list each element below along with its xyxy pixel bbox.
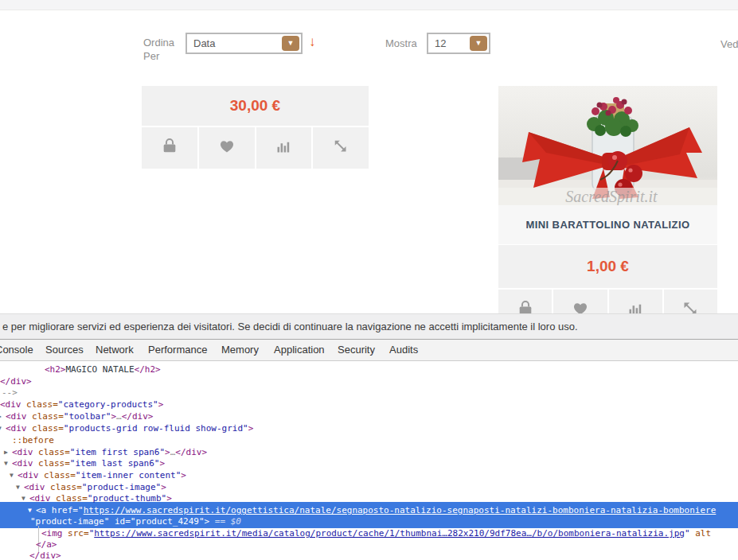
code-line[interactable]: ▼<div class="item-inner content"> [18, 469, 186, 481]
code-token-attr: id= [109, 516, 131, 527]
show-label: Mostra [385, 37, 417, 50]
code-token-tag: > [159, 458, 165, 469]
devtools-tab-bar: ConsoleSourcesNetworkPerformanceMemoryAp… [0, 340, 738, 361]
code-token-tag: </div> [175, 447, 207, 457]
code-token-tag: <div [12, 447, 33, 457]
code-token-tag: <div [6, 411, 27, 422]
devtools-tab-audits[interactable]: Audits [389, 340, 418, 360]
code-token-tag: > [158, 399, 164, 410]
product-price: 1,00 € [587, 258, 629, 274]
code-token-val: "product-image" [82, 482, 161, 492]
code-token-tag: <img [41, 528, 63, 539]
chevron-down-icon[interactable]: ▼ [470, 36, 487, 51]
product-title[interactable]: MINI BARATTOLINO NATALIZIO [526, 219, 690, 231]
code-line[interactable]: ::before [12, 434, 54, 446]
bar-chart-icon [274, 137, 293, 159]
code-token-attr: class= [33, 447, 70, 457]
sort-by-value: Data [193, 37, 215, 49]
code-token-ellipsis: … [116, 411, 122, 422]
devtools-tab-console[interactable]: Console [0, 340, 33, 360]
show-count-value: 12 [435, 37, 446, 49]
code-token-val: "item last span6" [70, 458, 160, 469]
add-to-wishlist-button[interactable] [199, 127, 255, 169]
product-actions [142, 127, 369, 169]
code-token-val: "products-grid row-fluid show-grid" [64, 423, 248, 434]
code-token-val: "item first span6" [70, 447, 165, 457]
code-line[interactable]: ▼<div class="product-thumb"> [29, 492, 172, 504]
code-line[interactable]: ▶<div class="toolbar">…</div> [6, 410, 153, 422]
devtools-tab-sources[interactable]: Sources [45, 340, 84, 360]
code-token-tag: > [161, 482, 166, 492]
page: Ordina Per Data ▼ ↓ Mostra 12 ▼ Vedi 30,… [0, 0, 738, 560]
code-token-tag: <div [24, 482, 45, 492]
code-token-attr: class= [39, 470, 76, 480]
code-token-val: "product_4249" [131, 516, 205, 527]
collapse-arrow-icon[interactable]: ▼ [16, 481, 20, 493]
product-price-box: 30,00 € [142, 86, 369, 126]
code-line[interactable]: ▼<div class="item last span6"> [12, 457, 165, 469]
devtools-tab-performance[interactable]: Performance [148, 340, 207, 360]
expand-arrows-icon [331, 137, 350, 159]
code-token-tag: <div [0, 399, 21, 410]
expand-arrow-icon[interactable]: ▶ [0, 410, 2, 422]
collapse-arrow-icon[interactable]: ▼ [10, 469, 14, 481]
devtools-tab-network[interactable]: Network [96, 340, 134, 360]
code-token-val: " [78, 505, 84, 515]
selected-code-line[interactable]: "product-image" id="product_4249"> == $0 [30, 515, 241, 527]
code-token-attr: alt [690, 528, 712, 539]
devtools-tab-security[interactable]: Security [338, 340, 375, 360]
code-token-val: "category-products" [58, 399, 158, 410]
selected-code-line[interactable]: ▼<a href="https://www.sacredspirit.it/og… [36, 504, 716, 516]
cookie-notice-text: e per migliorare servizi ed esperienza d… [2, 321, 578, 332]
code-line[interactable]: ▼<div class="product-image"> [24, 481, 166, 493]
code-token-tag: </h2> [135, 364, 161, 375]
collapse-arrow-icon[interactable]: ▼ [21, 492, 25, 504]
product-image-link[interactable]: SacredSpirit.it [498, 86, 717, 205]
code-token-tag: <h2> [45, 364, 66, 375]
code-line[interactable]: <h2>MAGICO NATALE</h2> [45, 364, 161, 375]
top-strip [0, 0, 738, 10]
expand-arrow-icon[interactable]: ▶ [4, 446, 8, 458]
code-token-tag: <div [6, 423, 27, 434]
code-token-tag: > [248, 423, 254, 434]
image-watermark: SacredSpirit.it [565, 188, 658, 205]
add-to-cart-button[interactable] [142, 127, 197, 169]
code-token-val: " [685, 528, 690, 539]
code-token-tag: > [166, 493, 172, 504]
code-token-pseudo: ::before [12, 435, 54, 445]
code-token-link[interactable]: https://www.sacredspirit.it/media/catalo… [94, 528, 685, 539]
code-token-link[interactable]: https://www.sacredspirit.it/oggettistica… [84, 505, 717, 515]
code-token-val: "toolbar" [64, 411, 111, 422]
devtools-tab-memory[interactable]: Memory [221, 340, 259, 360]
product-title-box[interactable]: MINI BARATTOLINO NATALIZIO [498, 205, 717, 244]
collapse-arrow-icon[interactable]: ▼ [28, 504, 32, 516]
cookie-notice-bar: e per migliorare servizi ed esperienza d… [0, 313, 738, 339]
collapse-arrow-icon[interactable]: ▼ [4, 457, 8, 469]
sort-direction-button[interactable]: ↓ [309, 34, 316, 50]
sort-by-select[interactable]: Data ▼ [185, 33, 303, 54]
quick-view-button[interactable] [313, 127, 369, 169]
collapse-arrow-icon[interactable]: ▼ [0, 422, 2, 434]
code-line[interactable]: </div> [0, 375, 32, 387]
code-token-tag: <div [29, 493, 51, 504]
code-token-text: MAGICO NATALE [66, 364, 135, 375]
code-line[interactable]: ▶<div class="item first span6">…</div> [12, 446, 207, 458]
code-token-comment: --> [2, 387, 18, 398]
code-line[interactable]: <div class="category-products"> [0, 399, 163, 410]
code-token-tag: > [181, 470, 186, 480]
code-token-attr: class= [51, 493, 88, 504]
add-to-compare-button[interactable] [256, 127, 312, 169]
code-line[interactable]: </a> [36, 539, 57, 550]
sort-by-label: Ordina Per [143, 36, 183, 63]
devtools-panel: ConsoleSourcesNetworkPerformanceMemoryAp… [0, 339, 738, 560]
code-token-attr: src= [63, 528, 89, 539]
code-token-attr: class= [21, 399, 58, 410]
code-token-val: "item-inner content" [76, 470, 181, 480]
code-token-tag: <div [12, 458, 33, 469]
code-line[interactable]: ▼<div class="products-grid row-fluid sho… [6, 422, 253, 434]
chevron-down-icon[interactable]: ▼ [282, 36, 299, 51]
code-line[interactable]: <img src="https://www.sacredspirit.it/me… [41, 527, 711, 539]
code-line[interactable]: --> [2, 387, 18, 399]
show-count-select[interactable]: 12 ▼ [427, 33, 490, 54]
devtools-tab-application[interactable]: Application [274, 340, 325, 360]
